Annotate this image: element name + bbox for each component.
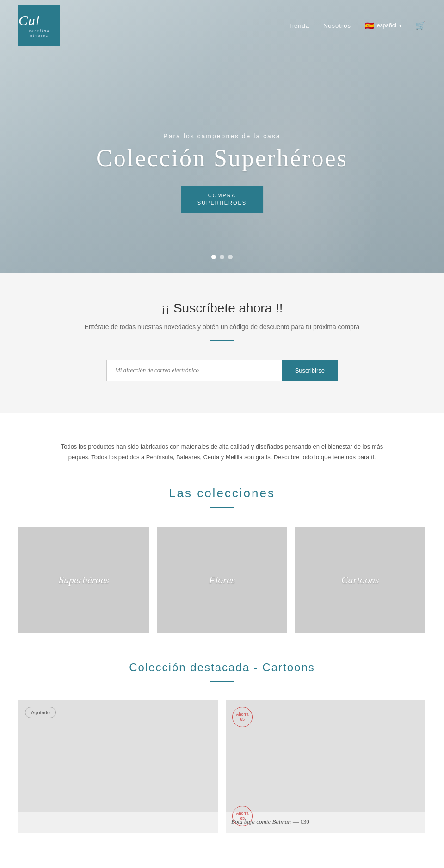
logo-subtitle: carolina alvarez	[18, 28, 60, 37]
logo[interactable]: Cul carolina alvarez	[18, 5, 60, 46]
subscribe-title: ¡¡ Suscríbete ahora !!	[18, 301, 426, 316]
hero-dot-1[interactable]	[211, 255, 216, 259]
save-badge-1: Ahorra €5	[232, 707, 253, 727]
subscribe-form: Suscribirse	[106, 360, 338, 381]
subscribe-section: ¡¡ Suscríbete ahora !! Entérate de todas…	[0, 273, 444, 413]
featured-section: Colección destacada - Cartoons Agotado A…	[0, 661, 444, 851]
featured-title: Colección destacada - Cartoons	[18, 661, 426, 674]
cart-icon[interactable]: 🛒	[415, 20, 426, 31]
collections-divider	[210, 507, 234, 508]
flag-icon: 🇪🇸	[365, 21, 374, 30]
product-grid: Agotado Ahorra €5 Bota baja comic Batman…	[18, 700, 426, 833]
hero-dot-2[interactable]	[220, 255, 224, 259]
save-badge-2: Ahorra €5	[232, 806, 253, 826]
main-nav: Tienda Nosotros 🇪🇸 español ▾ 🛒	[289, 20, 426, 31]
product-card-2[interactable]: Ahorra €5 Bota baja comic Batman — €30 A…	[226, 700, 426, 833]
collection-card-superheroes[interactable]: Superhéroes	[18, 527, 149, 633]
language-selector[interactable]: 🇪🇸 español ▾	[365, 21, 401, 30]
collection-grid: Superhéroes Flores Cartoons	[18, 527, 426, 633]
collection-label-flores: Flores	[209, 574, 235, 586]
hero-subtitle: Para los campeones de la casa	[96, 132, 348, 140]
collections-section: Las colecciones Superhéroes Flores Carto…	[0, 486, 444, 661]
collection-card-cartoons[interactable]: Cartoons	[295, 527, 426, 633]
nav-tienda[interactable]: Tienda	[289, 22, 309, 29]
hero-dots	[211, 255, 233, 259]
collection-label-superheroes: Superhéroes	[59, 574, 109, 586]
hero-cta-button[interactable]: COMPRA SUPERHÉROES	[181, 186, 263, 213]
agotado-badge: Agotado	[25, 707, 56, 718]
hero-content: Para los campeones de la casa Colección …	[96, 132, 348, 213]
collection-label-cartoons: Cartoons	[341, 574, 379, 586]
product-price-2: — €30	[293, 818, 309, 825]
featured-divider	[210, 681, 234, 682]
nav-nosotros[interactable]: Nosotros	[323, 22, 351, 29]
subscribe-button[interactable]: Suscribirse	[282, 360, 338, 381]
product-info-2: Bota baja comic Batman — €30	[226, 812, 426, 833]
chevron-down-icon: ▾	[399, 23, 401, 28]
hero-dot-3[interactable]	[228, 255, 233, 259]
product-image-2	[226, 700, 426, 812]
collections-title: Las colecciones	[18, 486, 426, 500]
collection-card-flores[interactable]: Flores	[157, 527, 288, 633]
product-card-1[interactable]: Agotado	[18, 700, 218, 833]
subscribe-divider	[210, 340, 234, 341]
logo-text: Cul	[18, 13, 60, 27]
info-text: Todos los productos han sido fabricados …	[0, 413, 444, 486]
subscribe-description: Entérate de todas nuestras novedades y o…	[18, 323, 426, 331]
hero-title: Colección Superhéroes	[96, 144, 348, 172]
email-input[interactable]	[106, 360, 282, 381]
lang-label: español	[377, 22, 396, 29]
